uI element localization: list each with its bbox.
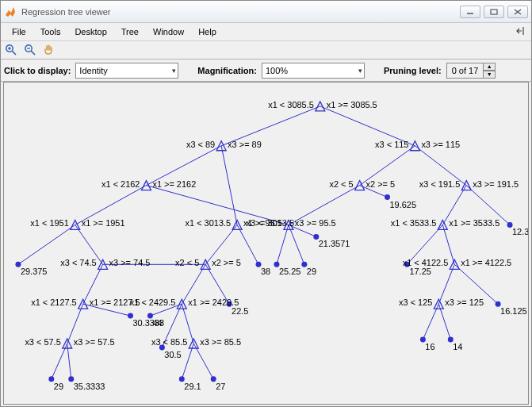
split-condition-right: x3 >= 85.5	[200, 337, 241, 347]
window-title: Regression tree viewer	[21, 7, 460, 17]
split-condition-left: x1 < 2127.5	[31, 298, 77, 307]
leaf-value: 16.125	[500, 306, 527, 316]
leaf-value: 19.625	[390, 200, 417, 209]
split-condition-right: x3 >= 57.5	[74, 337, 115, 347]
titlebar[interactable]: Regression tree viewer	[1, 1, 531, 23]
leaf-value: 35.3333	[74, 382, 105, 391]
leaf-value: 17.25	[409, 267, 431, 276]
split-condition-left: x1 < 2429.5	[130, 298, 176, 307]
split-condition-right: x2 >= 5	[212, 258, 241, 267]
zoom-out-icon[interactable]	[23, 43, 37, 57]
split-condition-right: x1 >= 3533.5	[449, 218, 499, 228]
menu-tree[interactable]: Tree	[115, 25, 145, 38]
pan-hand-icon[interactable]	[42, 43, 56, 57]
pruning-level-label: Pruning level:	[384, 66, 442, 75]
maximize-button[interactable]	[484, 6, 504, 18]
toolbar	[1, 40, 531, 60]
svg-line-48	[193, 344, 213, 379]
split-condition-right: x1 >= 3085.5	[327, 100, 377, 109]
click-to-display-label: Click to display:	[4, 66, 71, 75]
menu-window[interactable]: Window	[147, 25, 190, 38]
controlbar: Click to display: Identity ▾ Magnificati…	[1, 60, 531, 82]
split-condition-left: x2 < 5	[175, 258, 199, 267]
chevron-down-icon: ▾	[358, 67, 362, 75]
leaf-value: 29.1	[184, 382, 201, 391]
click-to-display-combo[interactable]: Identity ▾	[75, 63, 178, 79]
chevron-down-icon: ▾	[172, 67, 176, 75]
window: Regression tree viewer File Tools Deskto…	[0, 0, 532, 407]
split-condition-right: x3 >= 95.5	[295, 218, 336, 228]
menu-tools[interactable]: Tools	[34, 25, 67, 38]
split-condition-left: x3 < 57.5	[25, 337, 60, 347]
split-condition-right: x3 >= 115	[421, 140, 460, 149]
leaf-value: 27	[216, 382, 225, 391]
minimize-button[interactable]	[460, 6, 480, 18]
pruning-level-value: 0 of 17	[446, 63, 484, 79]
leaf-value: 12.3333	[512, 227, 528, 236]
split-condition-left: x2 < 5	[329, 179, 353, 189]
leaf-value: 29	[307, 267, 316, 276]
split-condition-left: x3 < 125	[399, 298, 432, 307]
leaf-value: 30.5	[164, 350, 181, 359]
pruning-up-button[interactable]: ▲	[483, 63, 496, 71]
split-condition-right: x2 >= 5	[366, 179, 396, 189]
menu-help[interactable]: Help	[192, 25, 223, 38]
svg-line-43	[423, 304, 438, 340]
split-condition-right: x1 >= 1951	[82, 218, 125, 228]
pruning-level-stepper[interactable]: 0 of 17 ▲ ▼	[446, 63, 496, 79]
leaf-value: 21.3571	[319, 239, 350, 248]
split-condition-left: x3 < 85.5	[151, 337, 187, 347]
pruning-down-button[interactable]: ▼	[483, 71, 496, 79]
leaf-value: 38	[261, 267, 270, 276]
split-condition-left: x1 < 3533.5	[391, 218, 437, 228]
split-condition-left: x1 < 3085.5	[268, 100, 314, 109]
leaf-value: 29.375	[21, 267, 48, 276]
leaf-value: 25.25	[279, 267, 300, 276]
magnification-label: Magnification:	[197, 66, 257, 75]
leaf-value: 29	[54, 382, 63, 391]
split-condition-right: x1 >= 4122.5	[461, 258, 511, 267]
leaf-value: 44	[152, 318, 162, 328]
leaf-value: 16	[425, 342, 434, 351]
split-condition-left: x3 < 89	[186, 140, 215, 149]
svg-line-27	[277, 225, 289, 264]
svg-line-44	[438, 304, 450, 340]
split-condition-left: x1 < 3013.5	[186, 218, 232, 228]
svg-rect-1	[491, 10, 497, 14]
svg-line-9	[31, 51, 35, 55]
split-condition-left: x1 < 4122.5	[403, 258, 449, 267]
split-condition-left: x3 < 191.5	[419, 179, 460, 189]
split-condition-right: x3 >= 125	[445, 298, 484, 307]
split-condition-left: x1 < 2162	[101, 179, 140, 189]
svg-line-47	[182, 344, 193, 379]
leaf-value: 14	[453, 342, 462, 351]
leaf-value: 22.5	[232, 306, 248, 316]
split-condition-right: x3 >= 191.5	[473, 179, 519, 189]
svg-line-14	[221, 146, 237, 225]
split-condition-right: x3 >= 89	[228, 140, 262, 149]
svg-line-5	[12, 51, 16, 55]
split-condition-left: x3 < 115	[375, 140, 408, 149]
matlab-logo-icon	[4, 6, 17, 18]
split-node[interactable]	[316, 102, 325, 111]
menu-file[interactable]: File	[6, 25, 33, 38]
tree-canvas[interactable]: x1 < 3085.5x1 >= 3085.5x3 < 89x3 >= 89x3…	[3, 82, 529, 405]
split-condition-right: x1 >= 2162	[152, 179, 196, 189]
split-condition-left: x1 < 1951	[30, 218, 68, 228]
split-condition-left: x3 < 95.5	[247, 218, 282, 228]
svg-line-46	[67, 344, 71, 379]
click-to-display-value: Identity	[79, 66, 107, 75]
magnification-combo[interactable]: 100% ▾	[262, 63, 365, 79]
menu-desktop[interactable]: Desktop	[68, 25, 113, 38]
zoom-in-icon[interactable]	[4, 43, 18, 57]
split-condition-left: x3 < 74.5	[60, 258, 96, 267]
close-button[interactable]	[507, 6, 528, 18]
menubar: File Tools Desktop Tree Window Help	[1, 23, 531, 40]
dock-icon[interactable]	[515, 25, 526, 38]
svg-line-45	[52, 344, 67, 379]
split-condition-right: x3 >= 74.5	[109, 258, 151, 267]
magnification-value: 100%	[266, 66, 288, 75]
